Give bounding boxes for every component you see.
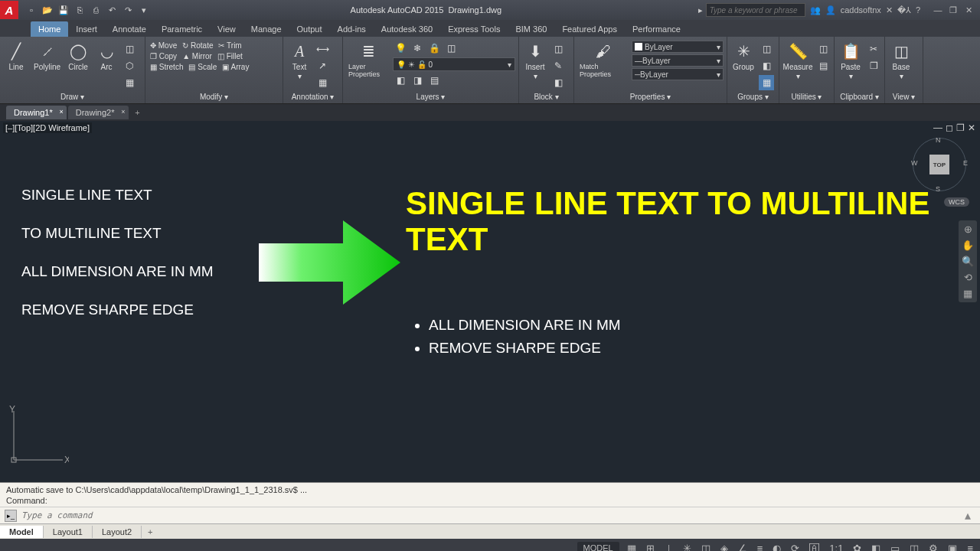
copy-button[interactable]: ❐ Copy — [149, 51, 178, 61]
group-edit-icon[interactable]: ◧ — [759, 58, 774, 73]
trim-button[interactable]: ✂ Trim — [217, 41, 243, 51]
status-3dosnap-icon[interactable]: ◈ — [718, 541, 730, 552]
status-hardware-icon[interactable]: ⚙ — [926, 541, 940, 552]
status-otrack-icon[interactable]: ∠ — [736, 541, 750, 552]
draw-small-2[interactable]: ⬡ — [122, 58, 137, 73]
panel-layers-label[interactable]: Layers ▾ — [346, 91, 515, 103]
panel-properties-label[interactable]: Properties ▾ — [577, 91, 724, 103]
command-prompt-icon[interactable]: ▸_ — [5, 510, 17, 522]
file-tab-0[interactable]: Drawing1*× — [6, 106, 67, 119]
move-button[interactable]: ✥ Move — [149, 41, 178, 51]
fillet-button[interactable]: ◫ Fillet — [216, 51, 244, 61]
drawing-canvas[interactable]: [–][Top][2D Wireframe] — ◻ ❐ ✕ SINGLE LI… — [0, 121, 980, 482]
layout-tab-model[interactable]: Model — [0, 526, 44, 538]
status-snap-icon[interactable]: ⊞ — [644, 541, 657, 552]
ribbon-tab-addins[interactable]: Add-ins — [330, 21, 374, 37]
insert-button[interactable]: ⬇Insert▾ — [522, 39, 548, 82]
qat-open-icon[interactable]: 📂 — [41, 3, 54, 17]
polyline-button[interactable]: ⟋Polyline — [31, 39, 63, 73]
viewcube[interactable]: TOP NSEW — [913, 138, 966, 191]
add-layout-tab[interactable]: + — [142, 526, 158, 538]
ribbon-tab-autodesk360[interactable]: Autodesk 360 — [374, 21, 440, 37]
nav-orbit-icon[interactable]: ⟲ — [964, 272, 972, 283]
line-button[interactable]: ╱Line — [3, 39, 29, 73]
measure-button[interactable]: 📏Measure▾ — [782, 39, 813, 82]
qat-undo-icon[interactable]: ↶ — [105, 3, 119, 17]
ribbon-tab-bim360[interactable]: BIM 360 — [508, 21, 554, 37]
status-gear-icon[interactable]: ✿ — [851, 541, 864, 552]
scale-button[interactable]: ▤ Scale — [187, 62, 218, 72]
ribbon-tab-parametric[interactable]: Parametric — [154, 21, 210, 37]
layer-dropdown[interactable]: 💡 ☀ 🔓 0▾ — [393, 57, 515, 71]
vp-restore-icon[interactable]: ❐ — [956, 122, 965, 133]
panel-annotation-label[interactable]: Annotation ▾ — [286, 91, 339, 103]
command-menu-icon[interactable]: ▴ — [960, 508, 975, 523]
qat-saveas-icon[interactable]: ⎘ — [73, 3, 87, 17]
status-monitor-icon[interactable]: ▭ — [888, 541, 902, 552]
status-transparency-icon[interactable]: ◐ — [770, 541, 783, 552]
layout-tab-1[interactable]: Layout1 — [44, 526, 93, 538]
panel-utilities-label[interactable]: Utilities ▾ — [782, 91, 831, 103]
nav-wheel-icon[interactable]: ⊕ — [964, 223, 972, 235]
lineweight-dropdown[interactable]: — ByLayer▾ — [632, 54, 724, 67]
restore-button[interactable]: ❐ — [946, 5, 960, 15]
file-tab-1[interactable]: Drawing2*× — [68, 106, 129, 119]
panel-view-label[interactable]: View ▾ — [888, 91, 920, 103]
status-osnap-icon[interactable]: ◫ — [699, 541, 713, 552]
layer-state-icon[interactable]: ▤ — [426, 73, 442, 88]
qat-new-icon[interactable]: ▫ — [24, 3, 38, 17]
qat-redo-icon[interactable]: ↷ — [121, 3, 135, 17]
close-tab-icon[interactable]: × — [59, 108, 63, 116]
panel-modify-label[interactable]: Modify ▾ — [149, 91, 279, 103]
ribbon-tab-manage[interactable]: Manage — [243, 21, 289, 37]
vp-minimize-icon[interactable]: — — [933, 122, 942, 133]
layer-iso-icon[interactable]: ◫ — [443, 41, 459, 56]
util-1-icon[interactable]: ◫ — [815, 41, 831, 57]
add-file-tab[interactable]: + — [130, 108, 145, 117]
nav-pan-icon[interactable]: ✋ — [962, 240, 974, 251]
rotate-button[interactable]: ↻ Rotate — [181, 41, 214, 51]
stretch-button[interactable]: ▦ Stretch — [149, 62, 185, 72]
layer-lock-icon[interactable]: 🔒 — [426, 41, 442, 56]
status-isolate-icon[interactable]: ◫ — [907, 541, 921, 552]
wcs-badge[interactable]: WCS — [944, 197, 969, 207]
qat-plot-icon[interactable]: ⎙ — [89, 3, 103, 17]
util-2-icon[interactable]: ▤ — [815, 58, 831, 73]
minimize-button[interactable]: — — [931, 5, 945, 15]
close-tab-icon[interactable]: × — [121, 108, 125, 116]
draw-small-3[interactable]: ▦ — [122, 75, 137, 90]
qat-dropdown-icon[interactable]: ▾ — [137, 3, 151, 17]
array-button[interactable]: ▣ Array — [220, 62, 250, 72]
ribbon-tab-insert[interactable]: Insert — [68, 21, 105, 37]
ribbon-tab-home[interactable]: Home — [31, 21, 68, 37]
block-edit-icon[interactable]: ✎ — [550, 58, 566, 73]
circle-button[interactable]: ◯Circle — [65, 39, 91, 73]
layer-properties-button[interactable]: ≣Layer Properties — [346, 39, 390, 80]
nav-zoom-icon[interactable]: 🔍 — [962, 256, 974, 267]
status-custom-icon[interactable]: ≡ — [965, 541, 975, 552]
draw-small-1[interactable]: ◫ — [122, 41, 137, 57]
qat-save-icon[interactable]: 💾 — [57, 3, 70, 17]
infocenter-icon[interactable]: 👥 — [810, 5, 821, 15]
match-properties-button[interactable]: 🖌Match Properties — [577, 39, 629, 80]
ribbon-tab-featuredapps[interactable]: Featured Apps — [554, 21, 625, 37]
exchange-icon[interactable]: ✕ — [886, 5, 893, 15]
command-input[interactable] — [21, 510, 960, 520]
linetype-dropdown[interactable]: ─ ByLayer▾ — [632, 68, 724, 80]
layer-off-icon[interactable]: 💡 — [393, 41, 408, 56]
help-icon[interactable]: ? — [916, 5, 920, 15]
ribbon-tab-output[interactable]: Output — [289, 21, 330, 37]
search-input[interactable] — [706, 3, 805, 17]
status-polar-icon[interactable]: ✳ — [681, 541, 694, 552]
status-annoscale-icon[interactable]: 🄰 — [807, 541, 822, 552]
block-attr-icon[interactable]: ◧ — [550, 75, 566, 90]
text-button[interactable]: AText▾ — [286, 39, 312, 82]
cut-icon[interactable]: ✂ — [866, 41, 881, 57]
layer-match-icon[interactable]: ◧ — [393, 73, 408, 88]
vp-maximize-icon[interactable]: ◻ — [946, 122, 953, 133]
arc-button[interactable]: ◡Arc — [93, 39, 119, 73]
app-logo[interactable]: A — [0, 1, 18, 19]
user-name[interactable]: caddsoftnx — [841, 5, 881, 15]
nav-showmotion-icon[interactable]: ▦ — [963, 288, 972, 299]
status-lwt-icon[interactable]: ≡ — [755, 541, 766, 552]
